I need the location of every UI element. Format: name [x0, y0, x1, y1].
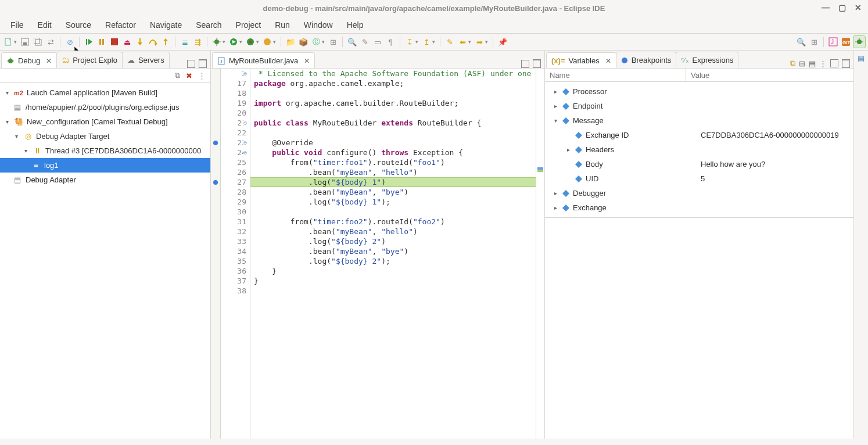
- gutter-line[interactable]: 24: [221, 148, 246, 157]
- code-line[interactable]: }: [250, 276, 536, 286]
- minimize-icon[interactable]: —: [822, 3, 830, 12]
- marker-well[interactable]: [211, 78, 220, 88]
- menu-window[interactable]: Window: [297, 17, 340, 33]
- gutter-line[interactable]: 32: [221, 227, 246, 236]
- marker-well[interactable]: [211, 187, 220, 197]
- pin-editor-icon[interactable]: 📌: [497, 36, 508, 48]
- variable-value[interactable]: CE7DDBA306DC1A6-000000000000019: [696, 131, 853, 139]
- menu-source[interactable]: Source: [59, 17, 98, 33]
- open-perspective-icon[interactable]: ⊞: [808, 36, 820, 48]
- view-menu-icon[interactable]: ⋮: [198, 71, 206, 80]
- terminate-icon[interactable]: [109, 36, 120, 48]
- quick-access-icon[interactable]: 🔍: [795, 36, 807, 48]
- close-icon[interactable]: ✕: [46, 57, 52, 65]
- run-icon[interactable]: [228, 36, 239, 48]
- chevron-down-icon[interactable]: ▾: [14, 39, 17, 45]
- back-icon[interactable]: ⬅: [457, 36, 468, 48]
- variable-value[interactable]: 5: [696, 174, 853, 183]
- save-all-icon[interactable]: [32, 36, 44, 48]
- marker-well[interactable]: [211, 197, 220, 207]
- code-line[interactable]: .bean("myBean", "hello"): [250, 227, 536, 236]
- gutter-line[interactable]: 26: [221, 167, 246, 177]
- column-name[interactable]: Name: [545, 69, 686, 81]
- gutter-line[interactable]: 30: [221, 207, 246, 217]
- marker-well[interactable]: [211, 217, 220, 227]
- variable-row[interactable]: Exchange IDCE7DDBA306DC1A6-0000000000000…: [545, 128, 853, 142]
- caret-right-icon[interactable]: ▸: [552, 103, 559, 109]
- last-edit-icon[interactable]: ✎: [444, 36, 455, 48]
- step-over-icon[interactable]: [147, 36, 159, 48]
- code-line[interactable]: .log("${body} 1"): [250, 177, 536, 187]
- breakpoint-icon[interactable]: [213, 180, 218, 185]
- maximize-view-icon[interactable]: [533, 59, 541, 68]
- use-step-filters-icon[interactable]: ⇶: [192, 36, 203, 48]
- perspective-debug-icon[interactable]: [853, 35, 866, 48]
- gutter-line[interactable]: 37: [221, 276, 246, 286]
- marker-well[interactable]: [211, 98, 220, 108]
- gutter-line[interactable]: 20: [221, 108, 246, 118]
- tree-node-frame-log1[interactable]: ≡ log1: [0, 158, 210, 173]
- switch-editor-icon[interactable]: ⇄: [45, 36, 56, 48]
- gutter-line[interactable]: 28: [221, 187, 246, 197]
- caret-right-icon[interactable]: ▸: [552, 88, 559, 95]
- gutter-line[interactable]: 21: [221, 118, 246, 128]
- new-class-icon[interactable]: Ⓒ: [310, 36, 322, 48]
- step-into-icon[interactable]: [134, 36, 146, 48]
- toggle-block-icon[interactable]: ▭: [372, 36, 383, 48]
- layout-icon[interactable]: ▤: [809, 59, 816, 68]
- marker-well[interactable]: [211, 266, 220, 276]
- view-menu-icon[interactable]: ⋮: [819, 59, 827, 68]
- variable-detail-pane[interactable]: [545, 220, 853, 439]
- marker-well[interactable]: [211, 148, 220, 157]
- caret-right-icon[interactable]: ▸: [565, 146, 572, 153]
- forward-icon[interactable]: ➡: [474, 36, 485, 48]
- code-line[interactable]: }: [250, 266, 536, 276]
- marker-well[interactable]: [211, 88, 220, 98]
- resume-icon[interactable]: [83, 36, 95, 48]
- tree-node-adapter-target[interactable]: ▾ ◎ Debug Adapter Target: [0, 129, 210, 143]
- marker-well[interactable]: [211, 118, 220, 128]
- chevron-down-icon[interactable]: ▾: [273, 39, 276, 45]
- tab-debug[interactable]: Debug ✕: [1, 52, 57, 69]
- marker-well[interactable]: [211, 256, 220, 266]
- next-annotation-icon[interactable]: ↧: [404, 36, 415, 48]
- marker-well[interactable]: [211, 236, 220, 246]
- overview-ruler[interactable]: [536, 69, 544, 439]
- marker-well[interactable]: [211, 128, 220, 138]
- gutter-line[interactable]: 22: [221, 128, 246, 138]
- gutter-line[interactable]: 31: [221, 217, 246, 227]
- variable-row[interactable]: ▾Message: [545, 113, 853, 128]
- code-line[interactable]: .log("${body} 2");: [250, 256, 536, 266]
- gutter-line[interactable]: 17: [221, 78, 246, 88]
- marker-well[interactable]: [211, 177, 220, 187]
- gutter-line[interactable]: 36: [221, 266, 246, 276]
- tree-node-path[interactable]: ▤ /home/apupier/.p2/pool/plugins/org.ecl…: [0, 100, 210, 114]
- remove-all-icon[interactable]: ✖: [186, 71, 192, 80]
- code-line[interactable]: package org.apache.camel.example;: [250, 78, 536, 88]
- caret-down-icon[interactable]: ▾: [552, 117, 559, 124]
- tab-project-explorer[interactable]: 🗂 Project Explo: [56, 52, 123, 68]
- gutter-line[interactable]: 27: [221, 177, 246, 187]
- code-line[interactable]: * Licensed to the Apache Software Founda…: [250, 69, 536, 78]
- gutter-line[interactable]: 19: [221, 98, 246, 108]
- marker-well[interactable]: [211, 108, 220, 118]
- caret-right-icon[interactable]: ▸: [552, 190, 559, 196]
- prev-annotation-icon[interactable]: ↥: [421, 36, 432, 48]
- code-line[interactable]: @Override: [250, 138, 536, 148]
- menu-refactor[interactable]: Refactor: [98, 17, 143, 33]
- coverage-icon[interactable]: [245, 36, 256, 48]
- variable-row[interactable]: ▸Headers: [545, 142, 853, 157]
- tab-servers[interactable]: ☁ Servers: [122, 52, 170, 68]
- code-line[interactable]: .bean("myBean", "hello"): [250, 167, 536, 177]
- tree-node-launch[interactable]: ▾ m2 Lauch Camel application [Maven Buil…: [0, 85, 210, 100]
- code-line[interactable]: public void configure() throws Exception…: [250, 148, 536, 157]
- code-editor[interactable]: 2171819202122232425262728293031323334353…: [211, 69, 544, 439]
- step-return-icon[interactable]: [160, 36, 171, 48]
- marker-well[interactable]: [211, 286, 220, 296]
- chevron-down-icon[interactable]: ▾: [322, 39, 325, 45]
- menu-run[interactable]: Run: [268, 17, 297, 33]
- open-type-icon[interactable]: ⊞: [327, 36, 339, 48]
- code-line[interactable]: from("timer:foo1").routeId("foo1"): [250, 157, 536, 167]
- tree-node-adapter[interactable]: ▤ Debug Adapter: [0, 173, 210, 187]
- close-icon[interactable]: ✕: [854, 3, 862, 12]
